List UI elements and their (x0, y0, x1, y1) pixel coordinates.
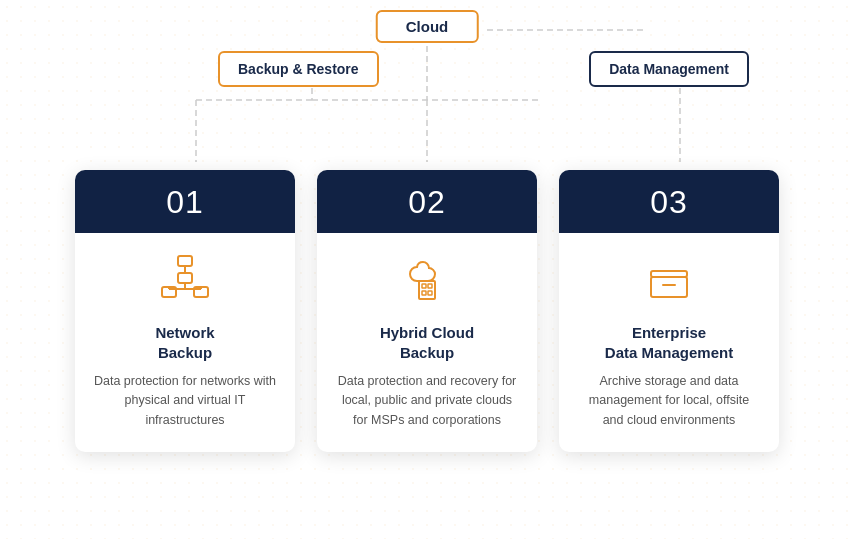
archive-icon (641, 251, 697, 311)
card-2-number: 02 (317, 170, 537, 233)
svg-rect-12 (178, 273, 192, 283)
card-2-title: Hybrid Cloud Backup (380, 323, 474, 362)
card-3-number: 03 (559, 170, 779, 233)
card-3-title: Enterprise Data Management (605, 323, 733, 362)
svg-rect-18 (419, 281, 435, 299)
card-2-desc: Data protection and recovery for local, … (335, 372, 519, 430)
svg-rect-21 (422, 291, 426, 295)
svg-rect-22 (428, 291, 432, 295)
cards-container: 01 (75, 170, 779, 452)
backup-restore-label: Backup & Restore (218, 51, 379, 87)
cloud-building-icon (399, 251, 455, 311)
svg-rect-19 (422, 284, 426, 288)
network-icon (157, 251, 213, 311)
card-1-title: Network Backup (155, 323, 214, 362)
svg-rect-20 (428, 284, 432, 288)
card-3-desc: Archive storage and data management for … (577, 372, 761, 430)
card-2: 02 Hybrid Cloud Backu (317, 170, 537, 452)
card-3: 03 Enterprise Data Management Archive st… (559, 170, 779, 452)
data-management-label: Data Management (589, 51, 749, 87)
card-1-desc: Data protection for networks with physic… (93, 372, 277, 430)
svg-rect-9 (178, 256, 192, 266)
svg-rect-24 (651, 277, 687, 297)
card-1: 01 (75, 170, 295, 452)
card-1-number: 01 (75, 170, 295, 233)
cloud-label: Cloud (376, 10, 479, 43)
